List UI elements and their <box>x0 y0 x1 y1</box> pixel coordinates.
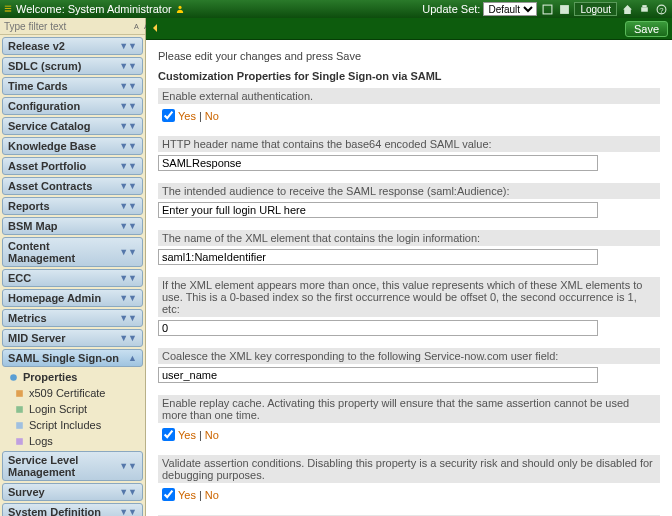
toolbar: Save <box>146 18 672 40</box>
sidebar-module[interactable]: Reports▼▼ <box>2 197 143 215</box>
header: Welcome: System Administrator Update Set… <box>0 0 672 18</box>
sidebar-item[interactable]: Properties <box>0 369 145 385</box>
chevron-down-icon: ▼▼ <box>119 201 137 211</box>
chevron-down-icon: ▼▼ <box>119 247 137 257</box>
yes-link[interactable]: Yes <box>178 110 196 122</box>
chevron-down-icon: ▼▼ <box>119 161 137 171</box>
svg-rect-4 <box>642 5 646 7</box>
svg-rect-11 <box>16 438 23 445</box>
sidebar-module[interactable]: Survey▼▼ <box>2 483 143 501</box>
svg-rect-2 <box>560 5 569 14</box>
sidebar-item[interactable]: Script Includes <box>0 417 145 433</box>
sidebar-module[interactable]: Asset Portfolio▼▼ <box>2 157 143 175</box>
chevron-down-icon: ▼▼ <box>119 313 137 323</box>
update-set-view-icon[interactable] <box>540 2 554 16</box>
filter-input[interactable] <box>4 21 131 32</box>
sidebar-module[interactable]: Asset Contracts▼▼ <box>2 177 143 195</box>
property-checkbox[interactable] <box>162 428 175 441</box>
chevron-down-icon: ▼▼ <box>119 273 137 283</box>
sidebar-module[interactable]: Homepage Admin▼▼ <box>2 289 143 307</box>
user-icon <box>176 5 184 13</box>
sidebar-module[interactable]: Release v2▼▼ <box>2 37 143 55</box>
property-label: If the XML element appears more than onc… <box>158 277 660 317</box>
toolbar-save-button[interactable]: Save <box>625 21 668 37</box>
sidebar-module[interactable]: ECC▼▼ <box>2 269 143 287</box>
chevron-down-icon: ▼▼ <box>119 61 137 71</box>
logout-button[interactable]: Logout <box>574 2 617 16</box>
instruction-text: Please edit your changes and press Save <box>158 50 660 62</box>
svg-point-9 <box>10 374 17 381</box>
property-label: The intended audience to receive the SAM… <box>158 183 660 199</box>
property-label: Validate assertion conditions. Disabling… <box>158 455 660 483</box>
nav-toggle-icon[interactable] <box>4 5 12 13</box>
chevron-down-icon: ▼▼ <box>119 81 137 91</box>
property-label: Coalesce the XML key corresponding to th… <box>158 348 660 364</box>
property-label: Enable replay cache. Activating this pro… <box>158 395 660 423</box>
welcome-text: Welcome: System Administrator <box>4 3 184 15</box>
sidebar-module[interactable]: SAML Single Sign-on▲ <box>2 349 143 367</box>
chevron-down-icon: ▼▼ <box>119 141 137 151</box>
filter-row: A A <box>0 18 145 35</box>
property-label: Enable external authentication. <box>158 88 660 104</box>
no-link[interactable]: No <box>205 489 219 501</box>
form-title: Customization Properties for Single Sign… <box>158 70 660 82</box>
sidebar-module[interactable]: SDLC (scrum)▼▼ <box>2 57 143 75</box>
chevron-down-icon: ▼▼ <box>119 101 137 111</box>
sidebar-module[interactable]: BSM Map▼▼ <box>2 217 143 235</box>
chevron-down-icon: ▼▼ <box>119 333 137 343</box>
sidebar-module[interactable]: Configuration▼▼ <box>2 97 143 115</box>
sidebar: A A Release v2▼▼SDLC (scrum)▼▼Time Cards… <box>0 18 146 516</box>
chevron-down-icon: ▼▼ <box>119 221 137 231</box>
sidebar-module[interactable]: Service Catalog▼▼ <box>2 117 143 135</box>
svg-text:?: ? <box>659 5 663 14</box>
chevron-down-icon: ▼▼ <box>119 181 137 191</box>
chevron-down-icon: ▼▼ <box>119 293 137 303</box>
print-icon[interactable] <box>637 2 651 16</box>
property-label: The name of the XML element that contain… <box>158 230 660 246</box>
property-checkbox[interactable] <box>162 109 175 122</box>
no-link[interactable]: No <box>205 429 219 441</box>
sidebar-module[interactable]: System Definition▼▼ <box>2 503 143 516</box>
filter-a-icon[interactable]: A <box>132 20 141 32</box>
update-set-select[interactable]: Default <box>483 2 537 16</box>
sidebar-module[interactable]: Knowledge Base▼▼ <box>2 137 143 155</box>
property-input[interactable] <box>158 249 598 265</box>
property-input[interactable] <box>158 202 598 218</box>
chevron-down-icon: ▼▼ <box>119 507 137 516</box>
property-input[interactable] <box>158 155 598 171</box>
no-link[interactable]: No <box>205 110 219 122</box>
property-checkbox[interactable] <box>162 488 175 501</box>
property-label: HTTP header name that contains the base6… <box>158 136 660 152</box>
sidebar-module[interactable]: Service Level Management▼▼ <box>2 451 143 481</box>
chevron-down-icon: ▼▼ <box>119 461 137 471</box>
yes-link[interactable]: Yes <box>178 429 196 441</box>
update-set-label: Update Set: <box>422 3 480 15</box>
chevron-down-icon: ▼▼ <box>119 121 137 131</box>
svg-point-0 <box>178 6 181 9</box>
back-icon[interactable] <box>150 22 164 36</box>
sidebar-item[interactable]: x509 Certificate <box>0 385 145 401</box>
sidebar-module[interactable]: Content Management▼▼ <box>2 237 143 267</box>
main: Save Please edit your changes and press … <box>146 18 672 516</box>
svg-rect-1 <box>543 5 552 14</box>
update-set-default-icon[interactable] <box>557 2 571 16</box>
help-icon[interactable]: ? <box>654 2 668 16</box>
svg-text:A: A <box>134 22 139 31</box>
sidebar-module[interactable]: Metrics▼▼ <box>2 309 143 327</box>
nav: Release v2▼▼SDLC (scrum)▼▼Time Cards▼▼Co… <box>0 35 145 516</box>
sidebar-module[interactable]: MID Server▼▼ <box>2 329 143 347</box>
form-content: Please edit your changes and press Save … <box>146 40 672 516</box>
property-input[interactable] <box>158 367 598 383</box>
home-icon[interactable] <box>620 2 634 16</box>
chevron-down-icon: ▲ <box>128 353 137 363</box>
chevron-down-icon: ▼▼ <box>119 487 137 497</box>
sidebar-module[interactable]: Time Cards▼▼ <box>2 77 143 95</box>
sidebar-item[interactable]: Login Script <box>0 401 145 417</box>
svg-rect-3 <box>641 7 648 11</box>
chevron-down-icon: ▼▼ <box>119 41 137 51</box>
property-input[interactable] <box>158 320 598 336</box>
sidebar-item[interactable]: Logs <box>0 433 145 449</box>
header-right: Update Set: Default Logout ? <box>422 2 668 16</box>
svg-rect-10 <box>16 390 23 397</box>
yes-link[interactable]: Yes <box>178 489 196 501</box>
